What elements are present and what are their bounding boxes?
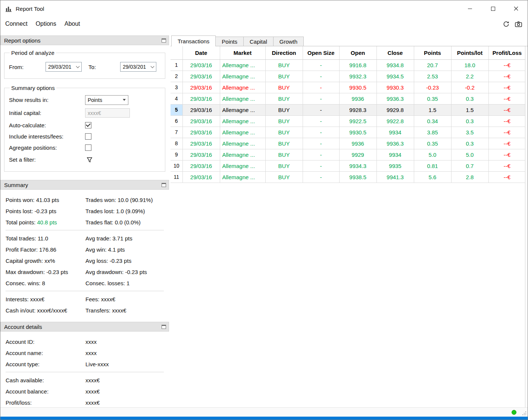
summary-options-groupbox: Summary options Show results in: Points … (4, 85, 165, 172)
include-interests-checkbox[interactable] (85, 133, 91, 140)
from-label: From: (9, 64, 46, 70)
stat-item: Consec. losses: 1 (85, 280, 164, 286)
tab-capital[interactable]: Capital (243, 37, 274, 46)
cell-open-size: - (303, 127, 339, 138)
stat-row: Cash available:xxxx€ (6, 374, 164, 386)
column-header-points-lot[interactable]: Points/lot (451, 46, 488, 59)
stat-value: -0.23 pts (125, 269, 147, 275)
row-number-cell: 10 (171, 160, 182, 171)
column-header-open[interactable]: Open (339, 46, 377, 59)
initial-capital-input: xxxx€ (85, 108, 130, 118)
tab-points[interactable]: Points (215, 37, 244, 46)
cell-date: 29/03/16 (182, 149, 220, 160)
show-results-select[interactable]: Points (85, 95, 128, 105)
field-label: Account ID: (6, 339, 85, 345)
column-header-points[interactable]: Points (414, 46, 451, 59)
table-row[interactable]: 729/03/16Allemagne ...BUY-9930.599343.85… (171, 127, 525, 138)
stat-row: Profit Factor: 176.86Avg win: 4.1 pts (6, 244, 164, 255)
cell-points: 20.7 (414, 59, 451, 71)
maximize-button[interactable] (481, 0, 504, 17)
separator (6, 372, 164, 372)
account-details-panel: Account details Account ID:xxxxAccount n… (0, 322, 169, 414)
auto-calculate-checkbox[interactable] (85, 122, 91, 128)
table-row[interactable]: 1029/03/16Allemagne ...BUY-9934.399350.8… (171, 160, 525, 171)
groupbox-title: Summary options (10, 85, 56, 91)
stat-label: Consec. losses: (85, 280, 126, 286)
cell-profit-loss: --€ (488, 82, 525, 93)
field-value: xxxx (85, 339, 164, 345)
summary-header[interactable]: Summary (0, 180, 169, 190)
stat-value: 11.0 (38, 235, 48, 242)
column-header-direction[interactable]: Direction (265, 46, 303, 59)
menu-item-options[interactable]: Options (32, 18, 60, 30)
minimize-button[interactable] (458, 0, 481, 17)
stat-label: Points won: (6, 197, 36, 203)
main-area: Report options Period of analyze From: 2… (0, 31, 528, 407)
left-panel: Report options Period of analyze From: 2… (0, 35, 169, 407)
close-button[interactable] (504, 0, 528, 17)
summary-panel: Summary Points won: 41.03 ptsTrades won:… (0, 180, 169, 322)
stat-label: Capital growth: (6, 258, 44, 264)
row-number-cell: 2 (171, 71, 182, 82)
cell-date: 29/03/16 (182, 127, 220, 138)
table-row[interactable]: 529/03/16Allemagne ...BUY-9928.39929.81.… (171, 104, 525, 115)
stat-row: Consec. wins: 8Consec. losses: 1 (6, 277, 164, 289)
cell-market: Allemagne ... (220, 149, 265, 160)
table-row[interactable]: 229/03/16Allemagne ...BUY-9932.39934.52.… (171, 71, 525, 82)
cell-open-size: - (303, 93, 339, 104)
filter-icon[interactable] (87, 157, 93, 163)
column-header-open-size[interactable]: Open Size (303, 46, 339, 59)
camera-icon[interactable] (514, 19, 523, 28)
table-row[interactable]: 329/03/16Allemagne ...BUY-9930.59930.3-0… (171, 82, 525, 93)
resize-grip[interactable] (522, 411, 526, 415)
table-row[interactable]: 1129/03/16Allemagne ...BUY-9938.59941.35… (171, 171, 525, 183)
float-panel-icon[interactable] (162, 38, 166, 43)
field-label: Cash available: (6, 377, 85, 383)
report-options-header[interactable]: Report options (0, 35, 169, 45)
column-header-date[interactable]: Date (182, 46, 220, 59)
from-date-select[interactable]: 29/03/201 (46, 62, 82, 72)
title-bar[interactable]: Report Tool (0, 0, 528, 17)
refresh-icon[interactable] (502, 19, 510, 28)
table-row[interactable]: 429/03/16Allemagne ...BUY-99369936.30.35… (171, 93, 525, 104)
stat-value: 176.86 (39, 246, 56, 253)
stat-row: Points lost: -0.23 ptsTrades lost: 1.0 (… (6, 205, 164, 217)
menu-item-about[interactable]: About (60, 18, 84, 30)
float-panel-icon[interactable] (162, 325, 166, 329)
cell-open-size: - (303, 138, 339, 149)
stat-row: Account balance:xxxx€ (6, 386, 164, 397)
table-row[interactable]: 129/03/16Allemagne ...BUY-9916.89934.820… (171, 59, 525, 71)
stat-item: Avg trade: 3.71 pts (85, 235, 164, 242)
stat-value: -0.23 pts (35, 208, 56, 214)
account-details-header[interactable]: Account details (0, 322, 169, 332)
table-row[interactable]: 929/03/16Allemagne ...BUY-992999345.05.0… (171, 149, 525, 160)
column-header-market[interactable]: Market (220, 46, 265, 59)
table-row[interactable]: 629/03/16Allemagne ...BUY-9922.59922.80.… (171, 115, 525, 127)
tab-transactions[interactable]: Transactions (171, 35, 216, 46)
stat-row: Points won: 41.03 ptsTrades won: 10.0 (9… (6, 194, 164, 205)
menu-item-connect[interactable]: Connect (1, 18, 32, 30)
stat-value: 1.0 (9.09%) (116, 208, 145, 214)
stat-label: Fees: (85, 296, 101, 302)
to-date-select[interactable]: 29/03/201 (120, 62, 156, 72)
cell-points: 0.35 (414, 138, 451, 149)
column-header-profit-loss[interactable]: Profit/Loss (488, 46, 525, 59)
field-label: Account name: (6, 350, 85, 356)
agregate-positions-checkbox[interactable] (85, 144, 91, 151)
cell-open-size: - (303, 104, 339, 115)
stat-item: Avg loss: -0.23 pts (85, 258, 164, 264)
cell-points-lot: 2.2 (451, 71, 488, 82)
stat-item: Fees: xxxx€ (85, 296, 164, 302)
stat-label: Trades won: (85, 197, 118, 203)
stat-value: -0.23 pts (110, 258, 131, 264)
table-row[interactable]: 829/03/16Allemagne ...BUY-99369936.30.35… (171, 138, 525, 149)
stat-row: Cash in/out: xxxx€/xxxx€Transfers: xxxx€ (6, 305, 164, 316)
float-panel-icon[interactable] (162, 183, 166, 187)
tab-growth[interactable]: Growth (273, 37, 304, 46)
column-header-close[interactable]: Close (377, 46, 414, 59)
stat-label: Avg loss: (85, 258, 110, 264)
initial-capital-label: Initial capital: (9, 110, 85, 116)
field-label: Account type: (6, 361, 85, 367)
stat-value: xxxx€ (112, 307, 126, 314)
cell-open: 9936 (339, 93, 377, 104)
